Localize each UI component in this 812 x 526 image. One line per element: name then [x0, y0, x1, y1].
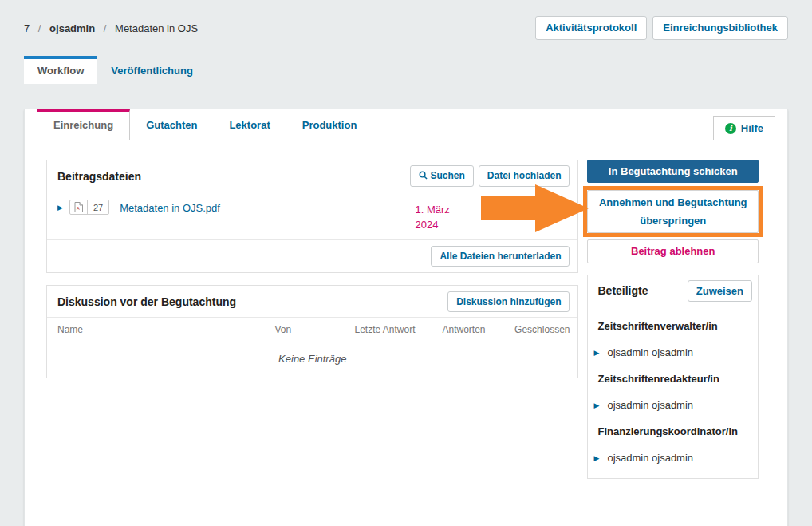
search-icon [419, 171, 428, 180]
discussion-column-headers: Name Von Letzte Antwort Antworten Geschl… [47, 318, 577, 342]
stage-tab-bar: Einreichung Gutachten Lektorat Produktio… [37, 109, 775, 140]
right-column: In Begutachtung schicken Annehmen und Be… [587, 160, 759, 481]
breadcrumb-separator: / [104, 22, 107, 34]
info-icon: i [725, 123, 736, 134]
activity-log-button[interactable]: Aktivitätsprotokoll [535, 16, 647, 40]
column-replies: Antworten [442, 324, 510, 335]
breadcrumb: 7 / ojsadmin / Metadaten in OJS [24, 22, 198, 34]
discussion-empty-state: Keine Einträge [47, 342, 577, 378]
accept-skip-review-button[interactable]: Annehmen und Begutachtung überspringen [587, 190, 759, 233]
participant-name: ojsadmin ojsadmin [607, 346, 693, 358]
files-panel-title: Beitragsdateien [57, 170, 141, 183]
participants-panel-header: Beteiligte Zuweisen [588, 275, 758, 308]
participants-panel-title: Beteiligte [597, 284, 648, 297]
tab-review[interactable]: Gutachten [130, 110, 213, 140]
send-to-review-button[interactable]: In Begutachtung schicken [587, 160, 759, 183]
participant-user[interactable]: ▶ ojsadmin ojsadmin [593, 445, 748, 470]
file-row: ▶ A 27 Metadaten in OJS.pdf 1. März 2024 [47, 192, 577, 240]
tab-publication[interactable]: Veröffentlichung [97, 57, 207, 84]
left-column: Beitragsdateien Suchen Datei hochladen ▶… [46, 160, 578, 481]
pre-review-discussion-panel: Diskussion vor der Begutachtung Diskussi… [46, 285, 578, 378]
breadcrumb-separator: / [38, 22, 41, 34]
participants-list: Zeitschriftenverwalter/in ▶ ojsadmin ojs… [588, 307, 758, 478]
file-upload-date: 1. März 2024 [415, 202, 458, 232]
files-panel-footer: Alle Dateien herunterladen [47, 240, 577, 272]
expand-file-icon[interactable]: ▶ [57, 204, 63, 212]
stage-content: Beitragsdateien Suchen Datei hochladen ▶… [37, 140, 775, 481]
column-last-reply: Letzte Antwort [354, 324, 442, 335]
tab-submission[interactable]: Einreichung [37, 109, 130, 140]
participant-role: Finanzierungskoordinator/in [593, 417, 748, 445]
assign-button[interactable]: Zuweisen [688, 280, 752, 303]
column-closed: Geschlossen [510, 324, 570, 335]
upload-file-button[interactable]: Datei hochladen [479, 165, 570, 186]
discussion-panel-header: Diskussion vor der Begutachtung Diskussi… [47, 286, 577, 318]
add-discussion-button[interactable]: Diskussion hinzufügen [447, 291, 570, 312]
participants-panel: Beteiligte Zuweisen Zeitschriftenverwalt… [587, 275, 759, 480]
files-panel-header: Beitragsdateien Suchen Datei hochladen [47, 160, 577, 192]
expand-participant-icon[interactable]: ▶ [593, 454, 599, 462]
file-id: 27 [88, 200, 108, 214]
highlight-annotation-box: Annehmen und Begutachtung überspringen [583, 186, 763, 237]
top-bar: 7 / ojsadmin / Metadaten in OJS Aktivitä… [0, 0, 812, 45]
breadcrumb-author[interactable]: ojsadmin [49, 22, 95, 34]
main-tab-bar: Workflow Veröffentlichung [24, 56, 788, 84]
tab-copyediting[interactable]: Lektorat [213, 110, 286, 140]
participant-role: Zeitschriftenredakteur/in [593, 365, 748, 393]
submission-library-button[interactable]: Einreichungsbibliothek [652, 16, 788, 40]
search-button[interactable]: Suchen [410, 165, 473, 186]
tab-production[interactable]: Produktion [286, 110, 373, 140]
workflow-card: Einreichung Gutachten Lektorat Produktio… [24, 109, 788, 526]
column-name: Name [57, 324, 274, 335]
participant-user[interactable]: ▶ ojsadmin ojsadmin [593, 393, 748, 417]
search-label: Suchen [430, 170, 464, 181]
participant-name: ojsadmin ojsadmin [607, 399, 693, 411]
help-button[interactable]: i Hilfe [713, 116, 775, 140]
participant-name: ojsadmin ojsadmin [607, 452, 693, 464]
submission-files-panel: Beitragsdateien Suchen Datei hochladen ▶… [46, 160, 578, 273]
pdf-file-icon: A [70, 200, 88, 214]
top-actions: Aktivitätsprotokoll Einreichungsbiblioth… [535, 16, 788, 40]
participant-role: Zeitschriftenverwalter/in [593, 312, 748, 340]
column-from: Von [274, 324, 354, 335]
tab-workflow[interactable]: Workflow [24, 56, 97, 84]
breadcrumb-submission-id: 7 [24, 22, 30, 34]
file-name-link[interactable]: Metadaten in OJS.pdf [120, 202, 220, 214]
download-all-files-button[interactable]: Alle Dateien herunterladen [431, 246, 570, 267]
discussion-panel-title: Diskussion vor der Begutachtung [57, 295, 236, 308]
expand-participant-icon[interactable]: ▶ [593, 349, 599, 357]
svg-text:A: A [77, 206, 80, 211]
breadcrumb-title: Metadaten in OJS [115, 22, 198, 34]
help-label: Hilfe [741, 122, 763, 134]
participant-user[interactable]: ▶ ojsadmin ojsadmin [593, 340, 748, 365]
decline-submission-button[interactable]: Beitrag ablehnen [587, 239, 759, 263]
expand-participant-icon[interactable]: ▶ [593, 401, 599, 409]
file-id-group: A 27 [69, 200, 109, 215]
